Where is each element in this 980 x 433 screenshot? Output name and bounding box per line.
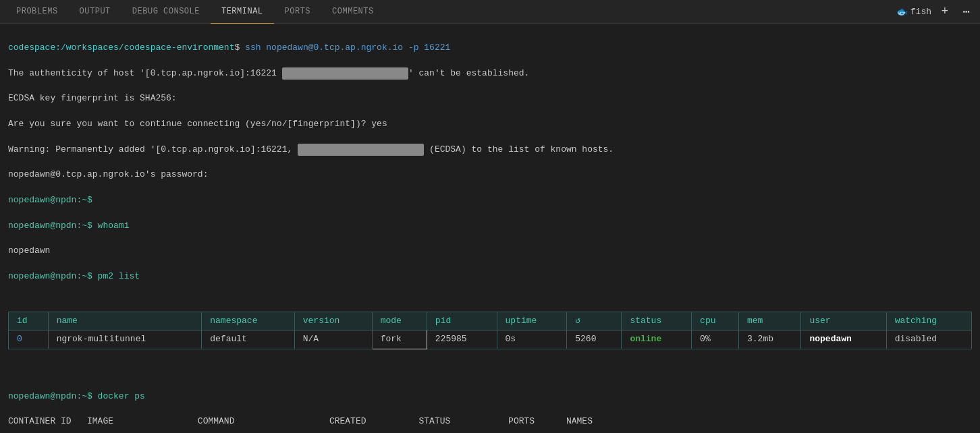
terminal-line-1: codespace:/workspaces/codespace-environm… xyxy=(8,42,972,55)
tab-debug-console[interactable]: DEBUG CONSOLE xyxy=(121,0,211,24)
pm2-row-cpu: 0% xyxy=(692,330,739,349)
tab-output[interactable]: OUTPUT xyxy=(69,0,121,24)
pm2-row-name: ngrok-multitunnel xyxy=(48,330,202,349)
pm2-col-namespace: namespace xyxy=(202,312,294,330)
tab-terminal[interactable]: TERMINAL xyxy=(211,0,274,24)
terminal-line-4: Are you sure you want to continue connec… xyxy=(8,118,972,131)
tab-comments[interactable]: COMMENTS xyxy=(321,0,385,24)
pm2-col-pid: pid xyxy=(427,312,497,330)
terminal-line-6: nopedawn@0.tcp.ap.ngrok.io's password: xyxy=(8,169,972,181)
pm2-row-id: 0 xyxy=(9,330,49,349)
pm2-row-uptime: 0s xyxy=(497,330,567,349)
terminal-line-2: The authenticity of host '[0.tcp.ap.ngro… xyxy=(8,67,972,80)
pm2-row-version: N/A xyxy=(294,330,372,349)
pm2-row-namespace: default xyxy=(202,330,294,349)
pm2-col-user: user xyxy=(801,312,886,330)
pm2-col-cpu: cpu xyxy=(692,312,739,330)
tab-ports[interactable]: PORTS xyxy=(274,0,322,24)
pm2-row-status: online xyxy=(622,330,692,349)
terminal-line-13: CONTAINER ID IMAGE COMMAND CREATED STATU… xyxy=(8,415,972,428)
terminal-content[interactable]: codespace:/workspaces/codespace-environm… xyxy=(0,24,980,433)
pm2-row-watching: disabled xyxy=(886,330,971,349)
pm2-col-status: status xyxy=(622,312,692,330)
pm2-col-name: name xyxy=(48,312,202,330)
pm2-table: id name namespace version mode pid uptim… xyxy=(8,312,972,350)
terminal-line-12: nopedawn@npdn:~$ docker ps xyxy=(8,391,972,403)
pm2-col-uptime: uptime xyxy=(497,312,567,330)
fish-icon: 🐟 xyxy=(896,6,908,18)
pm2-col-version: version xyxy=(294,312,372,330)
terminal-line-3: ECDSA key fingerprint is SHA256: xyxy=(8,92,972,105)
terminal-line-5: Warning: Permanently added '[0.tcp.ap.ng… xyxy=(8,144,972,156)
pm2-row-pid: 225985 xyxy=(427,330,497,349)
more-options-button[interactable]: ⋯ xyxy=(958,3,975,20)
pm2-col-restarts: ↺ xyxy=(567,312,622,330)
terminal-line-9: nopedawn xyxy=(8,245,972,258)
pm2-col-mode: mode xyxy=(372,312,427,330)
pm2-row-mem: 3.2mb xyxy=(738,330,800,349)
terminal-line-10: nopedawn@npdn:~$ pm2 list xyxy=(8,270,972,283)
pm2-row-mode: fork xyxy=(372,330,427,349)
fish-terminal-label: 🐟 fish xyxy=(896,6,931,18)
table-row: 0 ngrok-multitunnel default N/A fork 225… xyxy=(9,330,972,349)
tab-bar-right: 🐟 fish + ⋯ xyxy=(896,3,975,20)
fish-label-text: fish xyxy=(910,7,931,17)
pm2-col-id: id xyxy=(9,312,49,330)
terminal-line-7: nopedawn@npdn:~$ xyxy=(8,194,972,207)
pm2-row-restarts: 5260 xyxy=(567,330,622,349)
pm2-row-user: nopedawn xyxy=(801,330,886,349)
terminal-line-8: nopedawn@npdn:~$ whoami xyxy=(8,220,972,233)
tab-bar: PROBLEMS OUTPUT DEBUG CONSOLE TERMINAL P… xyxy=(0,0,980,24)
pm2-col-mem: mem xyxy=(738,312,800,330)
tab-problems[interactable]: PROBLEMS xyxy=(5,0,69,24)
add-terminal-button[interactable]: + xyxy=(937,3,953,20)
pm2-col-watching: watching xyxy=(886,312,971,330)
